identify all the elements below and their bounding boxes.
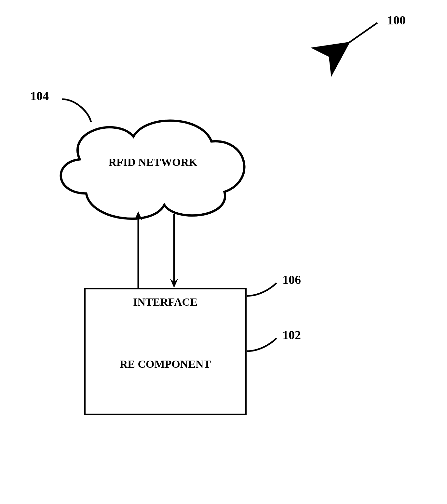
re-component-label: RE COMPONENT: [120, 358, 211, 370]
ref-104-label: 104: [30, 89, 49, 103]
ref-106-leader: [246, 281, 288, 301]
ref-104-leader: [42, 94, 98, 127]
interface-box: INTERFACE: [84, 288, 247, 315]
rfid-network-cloud: RFID NETWORK: [49, 111, 257, 224]
interface-label: INTERFACE: [133, 296, 197, 308]
ref-106-label: 106: [282, 272, 301, 287]
ref-100-label: 100: [387, 13, 406, 27]
svg-line-0: [345, 23, 377, 46]
ref-102-label: 102: [282, 328, 301, 342]
cloud-label: RFID NETWORK: [49, 156, 257, 168]
cloud-interface-arrows: [125, 210, 190, 289]
ref-102-leader: [246, 337, 288, 356]
re-component-box: RE COMPONENT: [84, 314, 247, 415]
figure-reference-100: 100: [332, 15, 416, 54]
